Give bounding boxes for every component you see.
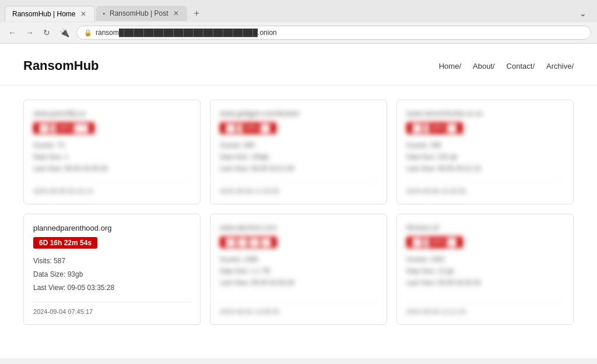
card-3-stats: Guests: 188 Data Size: 325 gb Last View:… [406,140,564,174]
card-4-stats: Visits: 587 Data Size: 93gb Last View: 0… [33,255,191,294]
tab-menu-button[interactable]: ⌄ [574,5,592,22]
nav-about[interactable]: About/ [473,62,495,70]
card-5-domain: www.abcrtom.com [220,224,377,232]
card-5-stats: Guests: 1386 Data Size: 1.1 TB Last View… [220,254,377,294]
card-5-footer: 2024-09-02 13:08:35 [220,302,377,315]
nav-home[interactable]: Home/ [439,62,461,70]
back-button[interactable]: ← [6,27,19,38]
card-1[interactable]: www.parentfly.us ██ █ 20% ███ Guests: 73… [23,100,201,204]
tab-home[interactable]: RansomHub | Home ✕ [5,6,95,22]
card-3-timer: ██ █ 20% ██ [406,122,463,134]
tab-post-title: RansomHub | Post [110,9,168,17]
card-1-footer: 2024-09-06 05:15:13 [33,181,191,195]
card-6-stats: Guests: 1303 Data Size: 13 gb Last View:… [406,254,564,294]
card-6[interactable]: flomaco.af ██ █ 20% ██ Guests: 1303 Data… [396,214,574,324]
card-4[interactable]: plannedparenthood.org 6D 16h 22m 54s Vis… [23,214,201,324]
forward-button[interactable]: → [23,27,36,38]
card-5[interactable]: www.abcrtom.com ██ ██ ██ ██ Guests: 1386… [210,214,387,324]
card-6-footer: 2024-09-05 12:12:15 [406,302,564,315]
card-2[interactable]: www.godgym.com/boston ██ █ 20% ██ Guests… [210,100,387,204]
tab-bar: RansomHub | Home ✕ • RansomHub | Post ✕ … [0,0,597,22]
card-2-stats: Guests: 388 Data Size: 150gb Last View: … [220,140,377,174]
card-4-timer: 6D 16h 22m 54s [33,237,97,249]
address-bar-row: ← → ↻ 🔌 🔒 ransom████████████████████████… [0,22,597,43]
site-header: RansomHub Home/ About/ Contact/ Archive/ [0,44,597,86]
card-2-domain: www.godgym.com/boston [220,109,377,118]
extensions-button[interactable]: 🔌 [57,27,72,38]
card-3-domain: www.ransomhurtia.us.us [406,109,564,118]
tab-post[interactable]: • RansomHub | Post ✕ [96,6,187,21]
address-bar[interactable]: 🔒 ransom████████████████████████████.oni… [76,26,591,40]
cards-grid: www.parentfly.us ██ █ 20% ███ Guests: 73… [0,86,597,339]
card-2-timer: ██ █ 20% ██ [220,122,276,134]
site-nav: Home/ About/ Contact/ Archive/ [439,62,574,70]
browser-chrome: RansomHub | Home ✕ • RansomHub | Post ✕ … [0,0,597,44]
card-4-footer: 2024-09-04 07:45:17 [33,302,191,315]
new-tab-button[interactable]: + [188,5,205,22]
card-4-domain: plannedparenthood.org [33,224,191,232]
site-logo: RansomHub [23,58,99,73]
reload-button[interactable]: ↻ [41,27,52,38]
card-1-stats: Guests: 73 Data Size: 1 Last View: 09-05… [33,140,191,174]
tab-post-close[interactable]: ✕ [172,9,180,17]
card-6-domain: flomaco.af [406,224,564,232]
card-3[interactable]: www.ransomhurtia.us.us ██ █ 20% ██ Guest… [396,100,574,204]
nav-contact[interactable]: Contact/ [507,62,535,70]
card-3-footer: 2024-09-06 15:35:56 [406,181,564,195]
card-1-timer: ██ █ 20% ███ [33,122,94,134]
card-1-domain: www.parentfly.us [33,109,191,118]
card-6-timer: ██ █ 20% ██ [406,236,463,248]
lock-icon: 🔒 [84,29,92,37]
tab-home-close[interactable]: ✕ [79,10,87,18]
card-5-timer: ██ ██ ██ ██ [220,236,277,248]
address-text: ransom████████████████████████████.onion [96,29,277,37]
nav-archive[interactable]: Archive/ [546,62,574,70]
card-2-footer: 2024-09-06 11:35:55 [220,181,377,195]
page-content: RansomHub Home/ About/ Contact/ Archive/… [0,44,597,358]
tab-home-title: RansomHub | Home [12,10,76,18]
